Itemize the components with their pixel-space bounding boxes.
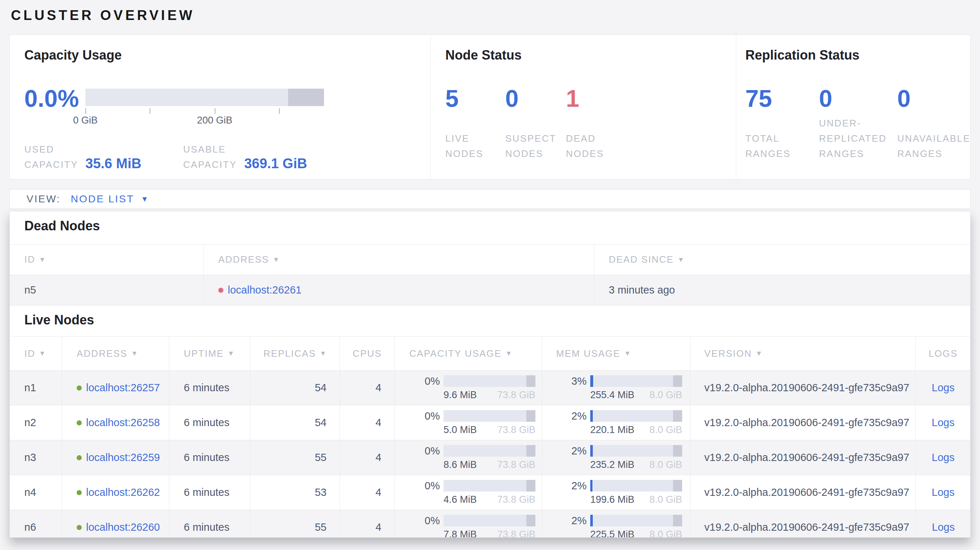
node-version-cell: v19.2.0-alpha.20190606-2491-gfe735c9a97 (690, 405, 916, 440)
sort-icon: ▼ (273, 256, 280, 264)
node-capacity-cell: 0% 5.0 MiB73.8 GiB (395, 405, 542, 440)
used-capacity-label: USED CAPACITY (24, 141, 79, 172)
view-dropdown[interactable]: NODE LIST ▼ (71, 193, 149, 205)
bar-reserved-segment (526, 480, 535, 491)
live-nodes-heading: Live Nodes (10, 305, 970, 328)
capacity-usage-meter: 0% 5.0 MiB73.8 GiB (409, 410, 535, 436)
bar-reserved-segment (673, 515, 682, 526)
live-nodes-label: LIVE NODES (445, 131, 503, 161)
under-replicated-ranges-metric: 0 UNDER-REPLICATED RANGES (819, 86, 897, 161)
unavailable-ranges-metric: 0 UNAVAILABLE RANGES (897, 86, 971, 161)
node-id-cell: n2 (10, 405, 62, 440)
live-col-header-uptime[interactable]: UPTIME▼ (169, 337, 250, 370)
dead-node-address-link[interactable]: localhost:26261 (228, 284, 301, 296)
live-nodes-table: ID▼ ADDRESS▼ UPTIME▼ REPLICAS▼ CPUS CAPA… (10, 336, 970, 538)
live-node-status-dot (76, 420, 82, 425)
node-cpus-cell: 4 (340, 475, 395, 510)
cluster-summary-panel: Capacity Usage 0.0% 0 GiB (10, 35, 970, 180)
node-status-section: Node Status 5 LIVE NODES 0 SUSPECT NODES… (430, 35, 736, 179)
live-col-header-logs: LOGS (916, 337, 970, 370)
under-replicated-ranges-label: UNDER-REPLICATED RANGES (819, 116, 897, 161)
node-replicas-cell: 54 (250, 370, 340, 405)
live-col-header-capacity-usage[interactable]: CAPACITY USAGE▼ (395, 337, 542, 370)
live-node-status-dot (76, 385, 82, 391)
node-address-cell: localhost:26259 (62, 440, 169, 475)
suspect-nodes-metric: 0 SUSPECT NODES (505, 86, 566, 161)
dead-col-header-dead-since[interactable]: DEAD SINCE▼ (594, 245, 970, 275)
bar-reserved-segment (673, 375, 682, 387)
sort-icon: ▼ (678, 256, 684, 264)
live-col-header-version[interactable]: VERSION▼ (690, 337, 916, 370)
live-col-header-id[interactable]: ID▼ (10, 337, 62, 370)
bar-reserved-segment (673, 445, 682, 457)
chevron-down-icon: ▼ (141, 195, 149, 203)
mem-usage-meter: 2% 199.6 MiB8.0 GiB (556, 480, 682, 505)
used-capacity-value: 35.6 MiB (85, 156, 141, 172)
mem-usage-meter: 2% 235.2 MiB8.0 GiB (556, 445, 682, 471)
bar-reserved-segment (526, 375, 535, 387)
live-col-header-cpus: CPUS (340, 337, 395, 370)
node-address-link[interactable]: localhost:26262 (86, 486, 160, 498)
live-nodes-count: 5 (445, 86, 505, 111)
dead-node-status-dot (218, 288, 223, 293)
logs-link[interactable]: Logs (932, 416, 955, 429)
node-id-cell: n3 (10, 440, 62, 475)
node-cpus-cell: 4 (340, 405, 395, 440)
bar-reserved-segment (673, 410, 682, 422)
mem-usage-meter: 3% 255.4 MiB8.0 GiB (556, 375, 682, 401)
bar-reserved-segment (673, 480, 682, 491)
dead-nodes-count: 1 (566, 86, 623, 111)
bar-fill (590, 480, 592, 491)
node-capacity-cell: 0% 8.6 MiB73.8 GiB (395, 440, 542, 475)
sort-icon: ▼ (131, 350, 138, 358)
logs-link[interactable]: Logs (932, 521, 955, 533)
node-address-link[interactable]: localhost:26260 (86, 521, 160, 533)
view-dropdown-value: NODE LIST (71, 193, 134, 205)
dead-col-header-id[interactable]: ID▼ (10, 245, 204, 275)
node-memory-cell: 2% 235.2 MiB8.0 GiB (542, 440, 690, 475)
node-memory-cell: 2% 225.5 MiB8.0 GiB (542, 510, 690, 538)
node-cpus-cell: 4 (340, 510, 395, 538)
live-col-header-replicas[interactable]: REPLICAS▼ (250, 337, 340, 370)
node-memory-cell: 2% 199.6 MiB8.0 GiB (542, 475, 690, 510)
logs-link[interactable]: Logs (932, 486, 955, 498)
bar-reserved-segment (526, 515, 535, 526)
node-address-link[interactable]: localhost:26258 (86, 416, 160, 429)
node-version-cell: v19.2.0-alpha.20190606-2491-gfe735c9a97 (690, 440, 916, 475)
node-cpus-cell: 4 (340, 370, 395, 405)
live-node-status-dot (76, 455, 82, 460)
live-col-header-address[interactable]: ADDRESS▼ (62, 337, 169, 370)
node-uptime-cell: 6 minutes (169, 475, 250, 510)
node-status-title: Node Status (445, 48, 736, 62)
node-address-link[interactable]: localhost:26259 (86, 451, 160, 464)
capacity-usage-meter: 0% 4.6 MiB73.8 GiB (409, 480, 535, 505)
suspect-nodes-label: SUSPECT NODES (505, 131, 563, 161)
capacity-percent-value: 0.0% (24, 86, 81, 111)
capacity-usage-meter: 0% 8.6 MiB73.8 GiB (409, 445, 535, 471)
sort-icon: ▼ (39, 350, 46, 358)
node-id-cell: n6 (10, 510, 62, 538)
replication-status-title: Replication Status (745, 48, 971, 62)
suspect-nodes-count: 0 (505, 86, 566, 111)
bar-fill (590, 515, 593, 526)
unavailable-ranges-count: 0 (897, 86, 971, 111)
logs-link[interactable]: Logs (932, 451, 955, 464)
node-uptime-cell: 6 minutes (169, 510, 250, 538)
bar-reserved-segment (526, 445, 535, 457)
live-col-header-mem-usage[interactable]: MEM USAGE▼ (542, 337, 690, 370)
logs-link[interactable]: Logs (932, 382, 955, 394)
usable-capacity-value: 369.1 GiB (244, 156, 307, 172)
capacity-usage-section: Capacity Usage 0.0% 0 GiB (10, 35, 430, 179)
dead-nodes-table: ID▼ ADDRESS▼ DEAD SINCE▼ n5 localhost:26… (10, 244, 970, 305)
node-address-link[interactable]: localhost:26257 (86, 382, 160, 394)
capacity-usage-bar: 0 GiB 200 GiB (85, 89, 324, 127)
sort-icon: ▼ (228, 350, 234, 358)
node-memory-cell: 3% 255.4 MiB8.0 GiB (542, 370, 690, 405)
node-version-cell: v19.2.0-alpha.20190606-2491-gfe735c9a97 (690, 370, 916, 405)
dead-node-since-cell: 3 minutes ago (594, 275, 970, 305)
bar-fill (590, 410, 593, 422)
dead-col-header-address[interactable]: ADDRESS▼ (204, 245, 594, 275)
mem-usage-meter: 2% 225.5 MiB8.0 GiB (556, 515, 682, 538)
node-address-cell: localhost:26260 (62, 510, 169, 538)
node-replicas-cell: 55 (250, 510, 340, 538)
